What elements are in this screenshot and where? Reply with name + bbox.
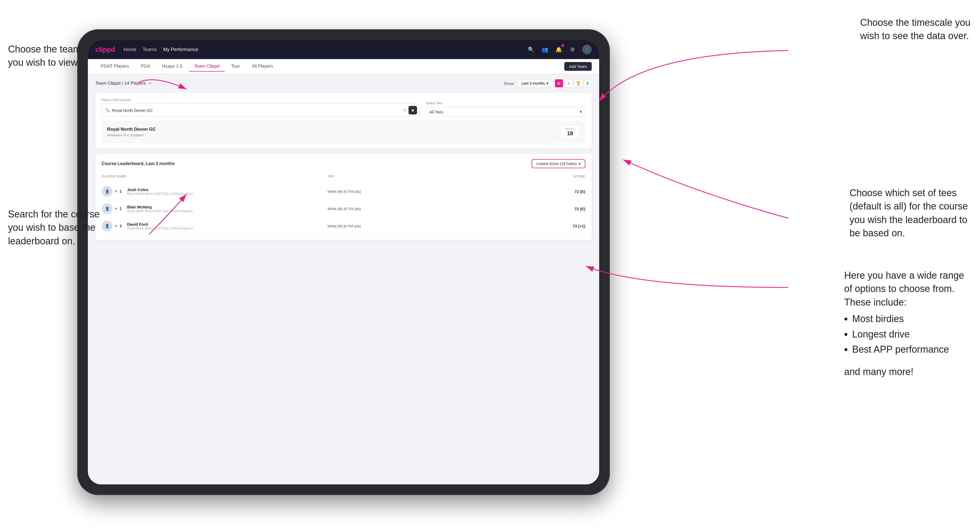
- trophy-view-button[interactable]: 🏆: [574, 79, 582, 87]
- tee-dropdown[interactable]: All Tees ▾: [426, 107, 585, 117]
- download-button[interactable]: ⬇: [584, 79, 592, 87]
- nav-links: Home Teams My Performance: [124, 46, 527, 54]
- nav-home[interactable]: Home: [124, 46, 136, 54]
- team-title-group: Team Clippd | 14 Players ✏: [95, 81, 152, 86]
- search-input-value[interactable]: Royal North Devon GC: [112, 108, 401, 113]
- grid-view-button[interactable]: ⊞: [555, 79, 563, 87]
- course-name: Royal North Devon GC: [107, 127, 156, 132]
- app-logo: clippd: [95, 46, 115, 54]
- search-icon: 🔍: [105, 108, 110, 112]
- col-score-label: SCORE: [554, 175, 585, 178]
- team-name: Team Clippd | 14 Players: [95, 81, 146, 86]
- show-dropdown[interactable]: Last 3 months ▾: [518, 79, 552, 87]
- tab-hcaps[interactable]: Hcaps 1-5: [157, 62, 188, 71]
- player-club-2: Royal North Devon Golf Club, United King…: [127, 209, 193, 213]
- heart-icon-1: ♥: [115, 189, 117, 193]
- rank-2: 1: [119, 206, 124, 211]
- player-club-3: Royal North Devon Golf Club, United King…: [127, 227, 193, 230]
- tee-3: White (M) (6,744 yds): [328, 224, 554, 228]
- avatar-button[interactable]: 👤: [582, 45, 592, 54]
- player-details-3: David Ford Royal North Devon Golf Club, …: [127, 222, 193, 230]
- leaderboard-header: Course Leaderboard, Last 3 months Lowest…: [102, 159, 585, 168]
- tab-all-players[interactable]: All Players: [247, 62, 278, 71]
- tee-1: White (M) (6,744 yds): [328, 189, 554, 194]
- table-row: 👤 ♥ 3 David Ford Royal North Devon Golf …: [102, 217, 585, 235]
- course-search-input-wrap: 🔍 Royal North Devon GC ✕ ★: [102, 103, 420, 117]
- clear-search-button[interactable]: ✕: [403, 108, 406, 113]
- player-cell-1: 👤 ♥ 1 Josh Coles Royal North Devon Golf …: [102, 186, 328, 197]
- edit-icon[interactable]: ✏: [148, 81, 152, 86]
- nav-my-performance[interactable]: My Performance: [163, 46, 199, 54]
- score-1: 72 (E): [554, 189, 585, 194]
- table-row: 👤 ♥ 1 Josh Coles Royal North Devon Golf …: [102, 183, 585, 200]
- add-team-button[interactable]: Add Team: [564, 62, 592, 71]
- sub-nav-tabs: PGAT Players PGA Hcaps 1-5 Team Clippd T…: [95, 62, 564, 71]
- nav-icon-group: 🔍 👥 🔔 ⚙ 👤: [527, 45, 592, 54]
- holes-count: 18: [565, 130, 575, 137]
- team-title-text: Team Clippd: [95, 81, 121, 86]
- tee-2: White (M) (6,744 yds): [328, 207, 554, 211]
- nav-bar: clippd Home Teams My Performance 🔍 👥 🔔 ⚙…: [88, 40, 599, 59]
- notification-wrapper: 🔔: [554, 45, 563, 54]
- options-list: Most birdies Longest drive Best APP perf…: [844, 311, 972, 357]
- sub-nav: PGAT Players PGA Hcaps 1-5 Team Clippd T…: [88, 59, 599, 74]
- nav-teams[interactable]: Teams: [143, 46, 157, 54]
- option-birdies: Most birdies: [852, 311, 972, 327]
- heart-icon-3: ♥: [115, 224, 117, 228]
- list-view-button[interactable]: ≡: [565, 79, 573, 87]
- player-name-2: Blair McHarg: [127, 205, 193, 209]
- sort-label-text: Lowest Score (18 holes): [536, 162, 577, 166]
- tab-pga[interactable]: PGA: [135, 62, 156, 71]
- holes-box: Holes 18: [560, 125, 580, 139]
- col-tee-label: TEE: [328, 175, 554, 178]
- player-count-text: 14 Players: [124, 81, 145, 86]
- show-controls: Show: Last 3 months ▾ ⊞ ≡ 🏆 ⬇: [504, 79, 592, 87]
- settings-icon-button[interactable]: ⚙: [568, 45, 577, 54]
- player-cell-3: 👤 ♥ 3 David Ford Royal North Devon Golf …: [102, 221, 328, 231]
- tab-tour[interactable]: Tour: [226, 62, 245, 71]
- annotation-team-choice: Choose the team you wish to view.: [8, 43, 83, 70]
- favorite-button[interactable]: ★: [409, 106, 417, 114]
- avatar-1: 👤: [102, 186, 112, 197]
- holes-label: Holes: [565, 127, 575, 130]
- leaderboard-title: Course Leaderboard, Last 3 months: [102, 161, 175, 166]
- tee-chevron-icon: ▾: [580, 110, 582, 114]
- course-search-group: Find a Golf Course 🔍 Royal North Devon G…: [102, 98, 420, 117]
- tab-team-clippd[interactable]: Team Clippd: [189, 62, 225, 71]
- chevron-down-icon: ▾: [546, 81, 548, 86]
- show-label: Show:: [504, 81, 515, 86]
- annotation-course-search: Search for the course you wish to base t…: [8, 208, 104, 248]
- player-cell-2: 👤 ♥ 1 Blair McHarg Royal North Devon Gol…: [102, 203, 328, 214]
- course-location: Westward Ho!, England: [107, 133, 156, 137]
- leaderboard-section: Course Leaderboard, Last 3 months Lowest…: [95, 154, 592, 240]
- player-club-1: Royal North Devon Golf Club, United King…: [127, 192, 193, 195]
- notification-badge: [562, 44, 564, 47]
- player-details-2: Blair McHarg Royal North Devon Golf Club…: [127, 205, 193, 213]
- search-icon-button[interactable]: 🔍: [527, 45, 535, 54]
- option-drive: Longest drive: [852, 327, 972, 342]
- tab-pgat-players[interactable]: PGAT Players: [95, 62, 134, 71]
- rank-3: 3: [119, 224, 124, 228]
- table-row: 👤 ♥ 1 Blair McHarg Royal North Devon Gol…: [102, 200, 585, 217]
- tee-value-text: All Tees: [429, 110, 443, 114]
- annotation-options: Here you have a wide range of options to…: [844, 269, 972, 378]
- select-tee-label: Select Tee: [426, 101, 585, 105]
- main-content: Team Clippd | 14 Players ✏ Show: Last 3 …: [88, 74, 599, 484]
- tablet-screen: clippd Home Teams My Performance 🔍 👥 🔔 ⚙…: [88, 40, 599, 484]
- player-name-3: David Ford: [127, 222, 193, 227]
- people-icon-button[interactable]: 👥: [541, 45, 549, 54]
- course-info: Royal North Devon GC Westward Ho!, Engla…: [107, 127, 156, 137]
- show-value-text: Last 3 months: [522, 81, 545, 86]
- annotation-tee-choice: Choose which set of tees (default is all…: [850, 186, 972, 240]
- course-search-section: Find a Golf Course 🔍 Royal North Devon G…: [95, 93, 592, 149]
- col-player-label: PLAYER NAME: [102, 175, 328, 178]
- leaderboard-sort-dropdown[interactable]: Lowest Score (18 holes) ▾: [531, 159, 585, 168]
- heart-icon-2: ♥: [115, 207, 117, 211]
- view-icons-group: ⊞ ≡ 🏆 ⬇: [555, 79, 592, 87]
- rank-1: 1: [119, 189, 124, 194]
- score-2: 72 (E): [554, 206, 585, 211]
- tablet-shell: clippd Home Teams My Performance 🔍 👥 🔔 ⚙…: [77, 29, 610, 495]
- player-details-1: Josh Coles Royal North Devon Golf Club, …: [127, 187, 193, 195]
- course-result: Royal North Devon GC Westward Ho!, Engla…: [102, 121, 585, 143]
- leaderboard-columns: PLAYER NAME TEE SCORE: [102, 173, 585, 181]
